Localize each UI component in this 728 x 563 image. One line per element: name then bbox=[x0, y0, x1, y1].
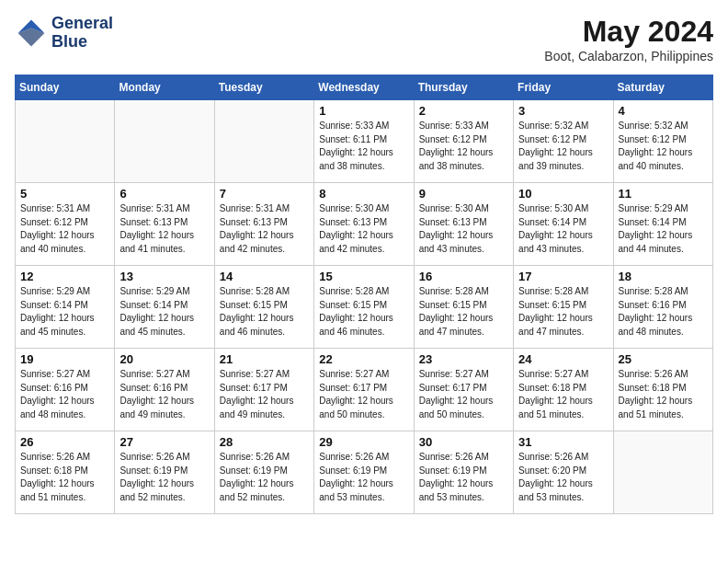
calendar-cell: 18Sunrise: 5:28 AMSunset: 6:16 PMDayligh… bbox=[613, 266, 712, 349]
calendar-cell: 9Sunrise: 5:30 AMSunset: 6:13 PMDaylight… bbox=[414, 183, 513, 266]
calendar-cell: 19Sunrise: 5:27 AMSunset: 6:16 PMDayligh… bbox=[16, 349, 115, 431]
cell-info: Sunrise: 5:27 AMSunset: 6:17 PMDaylight:… bbox=[319, 368, 408, 421]
cell-info: Sunrise: 5:26 AMSunset: 6:18 PMDaylight:… bbox=[20, 451, 109, 504]
cell-info: Sunrise: 5:30 AMSunset: 6:13 PMDaylight:… bbox=[419, 202, 508, 256]
day-number: 22 bbox=[319, 352, 408, 366]
day-number: 29 bbox=[319, 435, 408, 449]
day-number: 28 bbox=[220, 435, 309, 449]
calendar-cell: 2Sunrise: 5:33 AMSunset: 6:12 PMDaylight… bbox=[414, 100, 513, 183]
calendar-week-5: 26Sunrise: 5:26 AMSunset: 6:18 PMDayligh… bbox=[16, 431, 713, 514]
calendar-cell: 17Sunrise: 5:28 AMSunset: 6:15 PMDayligh… bbox=[514, 266, 613, 349]
cell-info: Sunrise: 5:27 AMSunset: 6:18 PMDaylight:… bbox=[518, 368, 608, 421]
calendar-cell: 4Sunrise: 5:32 AMSunset: 6:12 PMDaylight… bbox=[613, 100, 712, 183]
day-number: 8 bbox=[319, 187, 408, 201]
logo: General Blue bbox=[15, 15, 113, 52]
page-header: General Blue May 2024 Boot, Calabarzon, … bbox=[15, 15, 713, 63]
calendar-cell: 13Sunrise: 5:29 AMSunset: 6:14 PMDayligh… bbox=[115, 266, 214, 349]
calendar-cell: 15Sunrise: 5:28 AMSunset: 6:15 PMDayligh… bbox=[314, 266, 414, 349]
calendar-cell: 24Sunrise: 5:27 AMSunset: 6:18 PMDayligh… bbox=[514, 349, 613, 431]
logo-line2: Blue bbox=[51, 33, 113, 52]
day-number: 14 bbox=[220, 270, 309, 283]
cell-info: Sunrise: 5:30 AMSunset: 6:13 PMDaylight:… bbox=[319, 202, 408, 256]
calendar-cell: 20Sunrise: 5:27 AMSunset: 6:16 PMDayligh… bbox=[115, 349, 214, 431]
cell-info: Sunrise: 5:28 AMSunset: 6:15 PMDaylight:… bbox=[220, 285, 309, 339]
cell-info: Sunrise: 5:32 AMSunset: 6:12 PMDaylight:… bbox=[518, 120, 608, 173]
calendar-cell: 23Sunrise: 5:27 AMSunset: 6:17 PMDayligh… bbox=[414, 349, 513, 431]
cell-info: Sunrise: 5:26 AMSunset: 6:19 PMDaylight:… bbox=[220, 451, 309, 504]
cell-info: Sunrise: 5:28 AMSunset: 6:15 PMDaylight:… bbox=[419, 285, 508, 339]
calendar-cell: 31Sunrise: 5:26 AMSunset: 6:20 PMDayligh… bbox=[514, 431, 613, 514]
day-number: 30 bbox=[419, 435, 508, 449]
cell-info: Sunrise: 5:27 AMSunset: 6:17 PMDaylight:… bbox=[220, 368, 309, 421]
calendar-cell: 5Sunrise: 5:31 AMSunset: 6:12 PMDaylight… bbox=[16, 183, 115, 266]
calendar-cell: 11Sunrise: 5:29 AMSunset: 6:14 PMDayligh… bbox=[613, 183, 712, 266]
logo-text: General Blue bbox=[51, 15, 113, 52]
cell-info: Sunrise: 5:31 AMSunset: 6:13 PMDaylight:… bbox=[119, 202, 209, 256]
cell-info: Sunrise: 5:33 AMSunset: 6:11 PMDaylight:… bbox=[319, 120, 408, 173]
day-number: 4 bbox=[619, 104, 708, 118]
day-number: 5 bbox=[20, 187, 109, 201]
calendar-cell: 21Sunrise: 5:27 AMSunset: 6:17 PMDayligh… bbox=[214, 349, 313, 431]
cell-info: Sunrise: 5:26 AMSunset: 6:19 PMDaylight:… bbox=[419, 451, 508, 504]
day-number: 21 bbox=[220, 352, 309, 366]
calendar-cell bbox=[115, 100, 214, 183]
day-number: 6 bbox=[119, 187, 209, 201]
day-number: 13 bbox=[119, 270, 209, 283]
calendar-header-sunday: Sunday bbox=[16, 75, 115, 100]
cell-info: Sunrise: 5:32 AMSunset: 6:12 PMDaylight:… bbox=[619, 120, 708, 173]
calendar-cell: 16Sunrise: 5:28 AMSunset: 6:15 PMDayligh… bbox=[414, 266, 513, 349]
calendar-cell: 3Sunrise: 5:32 AMSunset: 6:12 PMDaylight… bbox=[514, 100, 613, 183]
day-number: 1 bbox=[319, 104, 408, 118]
cell-info: Sunrise: 5:26 AMSunset: 6:20 PMDaylight:… bbox=[518, 451, 608, 504]
day-number: 7 bbox=[220, 187, 309, 201]
calendar-week-2: 5Sunrise: 5:31 AMSunset: 6:12 PMDaylight… bbox=[16, 183, 713, 266]
month-title: May 2024 bbox=[544, 15, 713, 49]
calendar-header-row: SundayMondayTuesdayWednesdayThursdayFrid… bbox=[16, 75, 713, 100]
cell-info: Sunrise: 5:26 AMSunset: 6:18 PMDaylight:… bbox=[619, 368, 708, 421]
logo-icon bbox=[15, 17, 48, 50]
calendar-week-4: 19Sunrise: 5:27 AMSunset: 6:16 PMDayligh… bbox=[16, 349, 713, 431]
cell-info: Sunrise: 5:26 AMSunset: 6:19 PMDaylight:… bbox=[119, 451, 209, 504]
calendar-week-1: 1Sunrise: 5:33 AMSunset: 6:11 PMDaylight… bbox=[16, 100, 713, 183]
calendar-cell bbox=[214, 100, 313, 183]
day-number: 15 bbox=[319, 270, 408, 283]
calendar-cell: 29Sunrise: 5:26 AMSunset: 6:19 PMDayligh… bbox=[314, 431, 414, 514]
calendar-header-thursday: Thursday bbox=[414, 75, 513, 100]
day-number: 9 bbox=[419, 187, 508, 201]
cell-info: Sunrise: 5:29 AMSunset: 6:14 PMDaylight:… bbox=[119, 285, 209, 339]
day-number: 24 bbox=[518, 352, 608, 366]
cell-info: Sunrise: 5:27 AMSunset: 6:16 PMDaylight:… bbox=[20, 368, 109, 421]
calendar-cell: 14Sunrise: 5:28 AMSunset: 6:15 PMDayligh… bbox=[214, 266, 313, 349]
cell-info: Sunrise: 5:27 AMSunset: 6:17 PMDaylight:… bbox=[419, 368, 508, 421]
calendar-header-friday: Friday bbox=[514, 75, 613, 100]
day-number: 31 bbox=[518, 435, 608, 449]
calendar-header-wednesday: Wednesday bbox=[314, 75, 414, 100]
day-number: 16 bbox=[419, 270, 508, 283]
calendar-cell: 10Sunrise: 5:30 AMSunset: 6:14 PMDayligh… bbox=[514, 183, 613, 266]
calendar-cell: 8Sunrise: 5:30 AMSunset: 6:13 PMDaylight… bbox=[314, 183, 414, 266]
calendar-header-tuesday: Tuesday bbox=[214, 75, 313, 100]
cell-info: Sunrise: 5:26 AMSunset: 6:19 PMDaylight:… bbox=[319, 451, 408, 504]
day-number: 25 bbox=[619, 352, 708, 366]
calendar-cell: 26Sunrise: 5:26 AMSunset: 6:18 PMDayligh… bbox=[16, 431, 115, 514]
day-number: 11 bbox=[619, 187, 708, 201]
day-number: 20 bbox=[119, 352, 209, 366]
cell-info: Sunrise: 5:31 AMSunset: 6:12 PMDaylight:… bbox=[20, 202, 109, 256]
logo-line1: General bbox=[51, 15, 113, 33]
location-title: Boot, Calabarzon, Philippines bbox=[544, 49, 713, 63]
day-number: 17 bbox=[518, 270, 608, 283]
calendar-cell: 1Sunrise: 5:33 AMSunset: 6:11 PMDaylight… bbox=[314, 100, 414, 183]
calendar-table: SundayMondayTuesdayWednesdayThursdayFrid… bbox=[15, 75, 713, 514]
cell-info: Sunrise: 5:28 AMSunset: 6:15 PMDaylight:… bbox=[518, 285, 608, 339]
title-block: May 2024 Boot, Calabarzon, Philippines bbox=[544, 15, 713, 63]
cell-info: Sunrise: 5:31 AMSunset: 6:13 PMDaylight:… bbox=[220, 202, 309, 256]
calendar-header-saturday: Saturday bbox=[613, 75, 712, 100]
day-number: 3 bbox=[518, 104, 608, 118]
calendar-week-3: 12Sunrise: 5:29 AMSunset: 6:14 PMDayligh… bbox=[16, 266, 713, 349]
calendar-cell bbox=[613, 431, 712, 514]
day-number: 23 bbox=[419, 352, 508, 366]
cell-info: Sunrise: 5:29 AMSunset: 6:14 PMDaylight:… bbox=[20, 285, 109, 339]
cell-info: Sunrise: 5:27 AMSunset: 6:16 PMDaylight:… bbox=[119, 368, 209, 421]
calendar-cell: 28Sunrise: 5:26 AMSunset: 6:19 PMDayligh… bbox=[214, 431, 313, 514]
calendar-cell: 27Sunrise: 5:26 AMSunset: 6:19 PMDayligh… bbox=[115, 431, 214, 514]
